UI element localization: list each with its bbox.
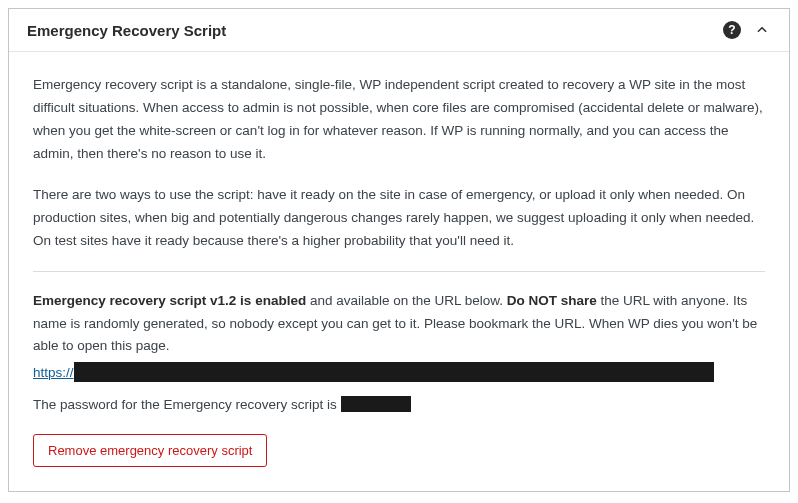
intro-paragraph-1: Emergency recovery script is a standalon… <box>33 74 765 166</box>
password-line: The password for the Emergency recovery … <box>33 396 765 412</box>
help-icon[interactable]: ? <box>723 21 741 39</box>
password-label: The password for the Emergency recovery … <box>33 397 337 412</box>
redacted-password <box>341 396 411 412</box>
panel-title: Emergency Recovery Script <box>27 22 226 39</box>
redacted-url <box>74 362 714 382</box>
panel-header[interactable]: Emergency Recovery Script ? <box>9 9 789 52</box>
ers-panel: Emergency Recovery Script ? Emergency re… <box>8 8 790 492</box>
panel-body: Emergency recovery script is a standalon… <box>9 52 789 491</box>
remove-script-button[interactable]: Remove emergency recovery script <box>33 434 267 467</box>
script-url-link[interactable]: https:// <box>33 365 74 380</box>
panel-header-icons: ? <box>723 21 771 39</box>
intro-paragraph-2: There are two ways to use the script: ha… <box>33 184 765 253</box>
status-enabled-text: Emergency recovery script v1.2 is enable… <box>33 293 306 308</box>
chevron-up-icon[interactable] <box>753 21 771 39</box>
status-paragraph: Emergency recovery script v1.2 is enable… <box>33 290 765 359</box>
status-mid-text: and available on the URL below. <box>306 293 507 308</box>
divider <box>33 271 765 272</box>
script-url-line: https:// <box>33 362 765 382</box>
status-donotshare-text: Do NOT share <box>507 293 597 308</box>
